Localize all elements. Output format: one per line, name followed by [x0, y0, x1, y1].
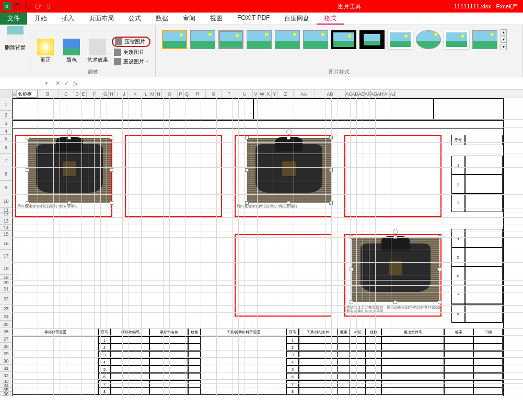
col-AA[interactable]: AA [294, 90, 315, 98]
change-picture-button[interactable]: 更改图片 [112, 48, 150, 56]
row-10[interactable]: 10 [0, 194, 13, 208]
style-thumb-10[interactable] [416, 30, 441, 49]
row-28[interactable]: 28 [0, 343, 13, 350]
tab-review[interactable]: 审阅 [176, 13, 203, 25]
col-N[interactable]: N [156, 90, 162, 98]
row-23[interactable]: 23 [0, 305, 13, 312]
style-thumb-9[interactable] [388, 30, 413, 49]
col-W[interactable]: W [259, 90, 265, 98]
row-17[interactable]: 17 [0, 250, 13, 262]
col-E[interactable]: E [80, 90, 87, 98]
col-R[interactable]: R [190, 90, 206, 98]
select-all-corner[interactable] [0, 90, 13, 98]
style-thumb-7[interactable] [331, 30, 356, 49]
col-AJ[interactable]: AJ [390, 90, 396, 98]
picture-styles-gallery[interactable]: ▴ ▾ ▾ [159, 26, 519, 53]
col-AE[interactable]: AE [358, 90, 365, 98]
gallery-scroll[interactable]: ▴ ▾ ▾ [501, 29, 507, 50]
tab-home[interactable]: 开始 [27, 13, 54, 25]
col-AC[interactable]: AC [346, 90, 352, 98]
row-2[interactable]: 2 [0, 111, 13, 119]
col-S[interactable]: S [206, 90, 222, 98]
row-16[interactable]: 16 [0, 237, 13, 250]
tab-file[interactable]: 文件 [0, 13, 27, 25]
redo-icon[interactable] [33, 2, 43, 11]
row-22[interactable]: 22 [0, 293, 13, 305]
rotate-handle-icon[interactable] [286, 130, 292, 135]
remove-background-button[interactable]: 删除背景 [3, 26, 27, 51]
style-thumb-6[interactable] [303, 30, 328, 49]
style-thumb-3[interactable] [218, 30, 243, 49]
col-X[interactable]: X [265, 90, 272, 98]
row-29[interactable]: 29 [0, 350, 13, 357]
tab-formula[interactable]: 公式 [121, 13, 148, 25]
name-box-inline[interactable]: 名称框 [17, 90, 38, 98]
col-Z[interactable]: Z [278, 90, 294, 98]
tab-layout[interactable]: 页面布局 [82, 13, 121, 25]
col-AH[interactable]: AH [377, 90, 383, 98]
col-AG[interactable]: AG [371, 90, 377, 98]
col-C[interactable]: C [59, 90, 74, 98]
col-F[interactable]: F [87, 90, 102, 98]
row-15[interactable]: 15 [0, 231, 13, 237]
tab-foxit[interactable]: FOXIT PDF [230, 13, 277, 25]
col-A[interactable]: A [13, 90, 17, 98]
reset-picture-button[interactable]: 重设图片▾ [112, 57, 150, 66]
compress-pictures-button[interactable]: 压缩图片 [112, 37, 150, 47]
name-box[interactable]: ▼ [0, 80, 52, 87]
col-M[interactable]: M [149, 90, 156, 98]
picture-1[interactable] [28, 138, 111, 203]
style-thumb-11[interactable] [444, 30, 469, 49]
col-AB[interactable]: AB [315, 90, 346, 98]
style-thumb-5[interactable] [275, 30, 300, 49]
col-U[interactable]: U [237, 90, 253, 98]
row-6[interactable]: 6 [0, 142, 13, 154]
col-Q[interactable]: Q [184, 90, 190, 98]
excel-icon[interactable]: X [2, 2, 11, 11]
col-T[interactable]: T [222, 90, 237, 98]
row-4[interactable]: 4 [0, 127, 13, 135]
col-J[interactable]: J [121, 90, 127, 98]
col-H[interactable]: H [109, 90, 115, 98]
qat-dropdown-icon[interactable]: ▼ [54, 2, 64, 11]
row-5[interactable]: 5 [0, 135, 13, 142]
fx-icon[interactable]: fx [73, 80, 78, 87]
row-9[interactable]: 9 [0, 181, 13, 194]
col-D[interactable]: D [74, 90, 80, 98]
tab-data[interactable]: 数据 [148, 13, 176, 25]
tab-format[interactable]: 格式 [317, 13, 344, 25]
style-thumb-12[interactable] [472, 30, 497, 49]
col-AD[interactable]: AD [352, 90, 358, 98]
tab-insert[interactable]: 插入 [54, 13, 82, 25]
row-36[interactable]: 36 [0, 392, 13, 396]
row-7[interactable]: 7 [0, 154, 13, 167]
row-30[interactable]: 30 [0, 357, 13, 365]
rotate-handle-icon[interactable] [67, 130, 72, 135]
style-thumb-2[interactable] [190, 30, 215, 49]
row-24[interactable]: 24 [0, 312, 13, 321]
row-3[interactable]: 3 [0, 119, 13, 127]
row-31[interactable]: 31 [0, 365, 13, 372]
tab-baidu[interactable]: 百度网盘 [277, 13, 317, 25]
touch-icon[interactable] [44, 2, 53, 11]
row-26[interactable]: 26 [0, 328, 13, 335]
col-L[interactable]: L [143, 90, 149, 98]
col-V[interactable]: V [253, 90, 259, 98]
style-thumb-8[interactable] [359, 30, 385, 49]
grid[interactable]: 用白色油漆笔标记前照灯3颗安装螺钉 用白色油漆笔标记前照灯3颗安装螺钉 [13, 98, 523, 396]
row-8[interactable]: 8 [0, 167, 13, 181]
row-1[interactable]: 1 [0, 98, 13, 111]
col-O[interactable]: O [162, 90, 178, 98]
rotate-handle-icon[interactable] [393, 229, 398, 234]
col-K[interactable]: K [127, 90, 143, 98]
undo-icon[interactable] [23, 2, 32, 11]
cancel-icon[interactable]: ✕ [55, 80, 60, 87]
row-12[interactable]: 12 [0, 213, 13, 217]
style-thumb-1[interactable] [162, 30, 187, 49]
row-25[interactable]: 25 [0, 321, 13, 328]
save-icon[interactable] [13, 2, 22, 11]
enter-icon[interactable]: ✓ [64, 80, 69, 87]
row-13[interactable]: 13 [0, 217, 13, 225]
col-P[interactable]: P [178, 90, 184, 98]
row-18[interactable]: 18 [0, 262, 13, 275]
